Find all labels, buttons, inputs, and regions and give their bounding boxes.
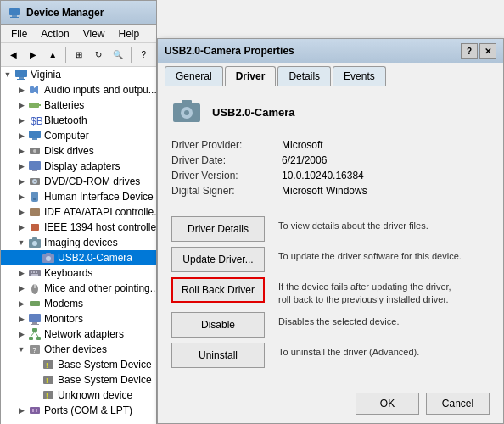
update-driver-button[interactable]: Update Driver... xyxy=(171,247,265,272)
ieee-expander[interactable]: ▶ xyxy=(14,220,28,234)
driver-details-button[interactable]: Driver Details xyxy=(171,216,265,242)
toolbar-scan[interactable]: 🔍 xyxy=(109,46,127,64)
ports-expander[interactable]: ▶ xyxy=(14,404,28,417)
svg-rect-11 xyxy=(29,131,41,138)
rollback-driver-button[interactable]: Roll Back Driver xyxy=(171,277,265,303)
monitors-expander[interactable]: ▶ xyxy=(14,312,28,326)
tree-unknown[interactable]: ! Unknown device xyxy=(1,388,156,403)
display-expander[interactable]: ▶ xyxy=(14,159,28,173)
tree-base2[interactable]: ! Base System Device xyxy=(1,372,156,388)
tree-camera-label: USB2.0-Camera xyxy=(58,252,132,264)
ports-icon xyxy=(28,404,42,417)
dialog-close-btn[interactable]: ✕ xyxy=(479,43,496,59)
disk-expander[interactable]: ▶ xyxy=(14,144,28,158)
tree-ports[interactable]: ▶ Ports (COM & LPT) xyxy=(1,403,156,418)
base2-icon: ! xyxy=(42,373,55,387)
tree-keyboards-label: Keyboards xyxy=(44,267,92,279)
tree-hid[interactable]: ▶ Human Interface Device xyxy=(1,189,156,204)
svg-text:!: ! xyxy=(46,361,48,370)
tree-disk[interactable]: ▶ Disk drives xyxy=(1,143,156,159)
svg-rect-21 xyxy=(33,198,36,200)
computer-expander[interactable]: ▶ xyxy=(14,129,28,142)
menu-view[interactable]: View xyxy=(76,26,112,42)
tab-events[interactable]: Events xyxy=(333,66,386,86)
tree-ieee[interactable]: ▶ IEEE 1394 host controlle... xyxy=(1,220,156,235)
toolbar-forward[interactable]: ▶ xyxy=(24,46,42,64)
tree-computer[interactable]: ▶ Computer xyxy=(1,128,156,143)
tree-batteries[interactable]: ▶ Batteries xyxy=(1,98,156,113)
tree-ports-label: Ports (COM & LPT) xyxy=(44,404,132,416)
device-manager-window: Device Manager File Action View Help ◀ ▶… xyxy=(0,0,157,424)
device-icon-large xyxy=(171,97,202,127)
tree-usb-camera[interactable]: USB2.0-Camera xyxy=(1,250,156,265)
tree-audio[interactable]: ▶ Audio inputs and outpu... xyxy=(1,82,156,98)
toolbar: ◀ ▶ ▲ ⊞ ↻ 🔍 ? xyxy=(1,43,156,67)
toolbar-properties[interactable]: ⊞ xyxy=(70,46,87,64)
svg-rect-12 xyxy=(32,138,37,140)
svg-rect-22 xyxy=(30,208,40,216)
tree-ide[interactable]: ▶ IDE ATA/ATAPI controlle... xyxy=(1,204,156,220)
bluetooth-icon: $B xyxy=(28,114,42,127)
menu-file[interactable]: File xyxy=(4,26,34,42)
ide-expander[interactable]: ▶ xyxy=(14,205,28,219)
tree-modems[interactable]: ▶ Modems xyxy=(1,296,156,311)
network-expander[interactable]: ▶ xyxy=(14,327,28,341)
batteries-expander[interactable]: ▶ xyxy=(14,98,28,112)
tab-details[interactable]: Details xyxy=(277,66,331,86)
uninstall-button[interactable]: Uninstall xyxy=(171,343,265,368)
toolbar-help[interactable]: ? xyxy=(135,46,153,64)
hid-expander[interactable]: ▶ xyxy=(14,190,28,204)
menu-action[interactable]: Action xyxy=(34,26,76,42)
modems-expander[interactable]: ▶ xyxy=(14,297,28,310)
provider-value: Microsoft xyxy=(282,139,490,151)
cancel-button[interactable]: Cancel xyxy=(426,393,490,415)
audio-expander[interactable]: ▶ xyxy=(14,83,28,97)
modem-icon xyxy=(28,297,42,310)
dialog-help-btn[interactable]: ? xyxy=(461,43,478,59)
tree-bluetooth[interactable]: ▶ $B Bluetooth xyxy=(1,113,156,128)
toolbar-update[interactable]: ↻ xyxy=(89,46,107,64)
device-tree[interactable]: ▼ Viginia ▶ Audio inputs and outpu... xyxy=(1,67,156,424)
disable-button[interactable]: Disable xyxy=(171,312,265,338)
svg-rect-41 xyxy=(32,328,37,332)
tree-mice-label: Mice and other pointing... xyxy=(44,282,156,294)
svg-rect-20 xyxy=(31,192,38,202)
driver-info-grid: Driver Provider: Microsoft Driver Date: … xyxy=(171,139,490,197)
tree-mice[interactable]: ▶ Mice and other pointing... xyxy=(1,281,156,296)
tree-bluetooth-label: Bluetooth xyxy=(44,114,87,126)
dialog-footer: OK Cancel xyxy=(356,393,490,415)
camera-expander[interactable] xyxy=(28,251,42,265)
device-header: USB2.0-Camera xyxy=(171,97,490,127)
tree-network[interactable]: ▶ Network adapters xyxy=(1,326,156,342)
tree-other[interactable]: ▼ ? Other devices xyxy=(1,342,156,357)
tree-base1[interactable]: ! Base System Device xyxy=(1,357,156,372)
camera-icon xyxy=(42,251,55,265)
tab-driver[interactable]: Driver xyxy=(225,66,277,86)
disk-icon xyxy=(28,144,42,158)
update-driver-desc: To update the driver software for this d… xyxy=(278,247,462,263)
keyboard-expander[interactable]: ▶ xyxy=(14,266,28,280)
tree-display[interactable]: ▶ Display adapters xyxy=(1,159,156,174)
mice-expander[interactable]: ▶ xyxy=(14,282,28,295)
tree-keyboards[interactable]: ▶ Keyboards xyxy=(1,265,156,281)
tab-general[interactable]: General xyxy=(165,66,223,86)
svg-line-44 xyxy=(31,332,35,337)
toolbar-back[interactable]: ◀ xyxy=(4,46,22,64)
other-expander[interactable]: ▼ xyxy=(14,343,28,356)
root-expander[interactable]: ▼ xyxy=(1,68,14,81)
tree-imaging[interactable]: ▼ Imaging devices xyxy=(1,235,156,250)
date-value: 6/21/2006 xyxy=(282,154,490,166)
toolbar-separator xyxy=(65,47,66,63)
bluetooth-expander[interactable]: ▶ xyxy=(14,114,28,127)
ok-button[interactable]: OK xyxy=(356,393,419,415)
tree-monitors[interactable]: ▶ Monitors xyxy=(1,311,156,326)
toolbar-up[interactable]: ▲ xyxy=(44,46,62,64)
mouse-icon xyxy=(28,282,42,295)
svg-marker-7 xyxy=(34,86,38,94)
svg-rect-38 xyxy=(29,314,41,322)
imaging-expander[interactable]: ▼ xyxy=(14,236,28,249)
menu-help[interactable]: Help xyxy=(112,26,147,42)
dvd-expander[interactable]: ▶ xyxy=(14,175,28,188)
tree-dvd[interactable]: ▶ DVD/CD-ROM drives xyxy=(1,174,156,189)
tree-root[interactable]: ▼ Viginia xyxy=(1,67,156,82)
